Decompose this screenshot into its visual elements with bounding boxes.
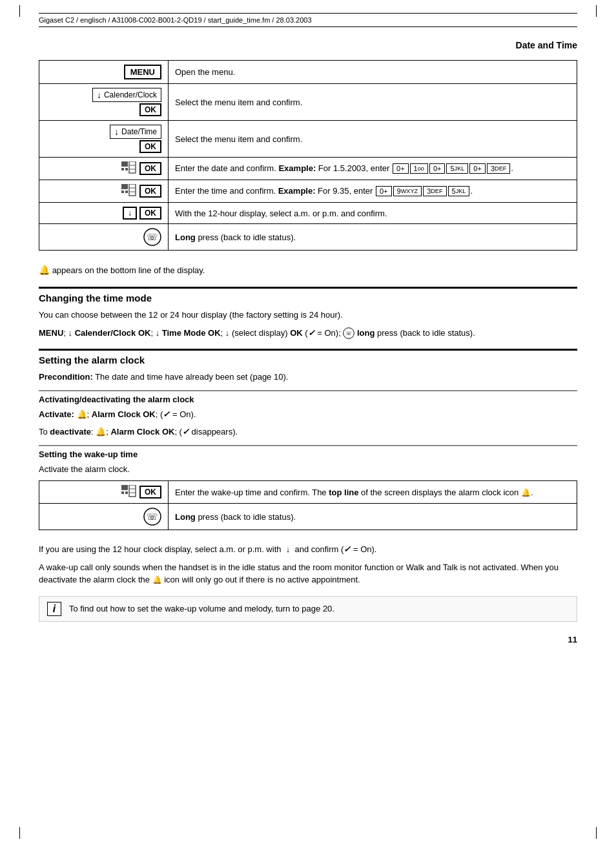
table-row: OK Enter the wake-up time and confirm. T… [39, 481, 577, 504]
desc-text: Long press (back to idle status). [175, 232, 296, 242]
desc-cell: Select the menu item and confirm. [169, 121, 577, 158]
corner-bl [19, 827, 20, 839]
table-row: MENU Open the menu. [39, 61, 577, 84]
svg-rect-8 [125, 190, 128, 193]
corner-tl [19, 5, 20, 17]
svg-rect-0 [121, 161, 128, 167]
desc-cell: With the 12-hour display, select a.m. or… [169, 203, 577, 224]
key-group: ↓ Date/Time OK [46, 125, 161, 153]
key-cell: OK [39, 180, 169, 203]
key-group: ↓ Calender/Clock OK [46, 88, 161, 116]
desc-text: Long press (back to idle status). [175, 512, 296, 522]
changing-time-text: You can choose between the 12 or 24 hour… [39, 309, 577, 322]
svg-rect-6 [121, 184, 128, 189]
arrow-key: ↓ [123, 207, 137, 220]
svg-text:☏: ☏ [345, 330, 352, 336]
key-0plus4: 0+ [376, 186, 392, 196]
alarm-icon: 🔔 [39, 265, 50, 275]
key-group: OK [46, 161, 161, 176]
header-left: Gigaset C2 / englisch / A31008-C002-B001… [39, 16, 312, 24]
calender-key: ↓ Calender/Clock [92, 88, 161, 102]
datetime-label: Date/Time [121, 127, 157, 136]
ok-key: OK [139, 486, 161, 499]
svg-text:☏: ☏ [147, 511, 158, 522]
key-cell: ☏ [39, 224, 169, 251]
subsection-activating: Activating/deactivating the alarm clock [39, 390, 577, 404]
key-5b: 5JKL [448, 186, 470, 196]
activate-text: Activate: 🔔; Alarm Clock OK; (✓ = On). [39, 408, 577, 421]
table-row: OK Enter the date and confirm. Example: … [39, 158, 577, 180]
info-text: To find out how to set the wake-up volum… [69, 604, 334, 613]
precondition-text: Precondition: The date and time have alr… [39, 371, 577, 384]
key-group: ↓ OK [46, 207, 161, 220]
ok-key: OK [139, 207, 161, 220]
corner-tr [596, 5, 597, 17]
section-changing-time-mode: Changing the time mode [39, 287, 577, 304]
desc-text: Enter the wake-up time and confirm. The … [175, 488, 533, 497]
key-group: OK [46, 184, 161, 198]
subsection-wakeup: Setting the wake-up time [39, 445, 577, 459]
instruction-table: MENU Open the menu. ↓ Calender/Clock OK [39, 60, 577, 251]
section-title: Date and Time [39, 40, 577, 50]
datetime-key: ↓ Date/Time [110, 125, 161, 139]
alarm-icon2: 🔔 [77, 409, 87, 419]
key-cell: OK [39, 481, 169, 504]
table-row: ☏ Long press (back to idle status). [39, 224, 577, 251]
table-row: ☏ Long press (back to idle status). [39, 504, 577, 530]
desc-text: Select the menu item and confirm. [175, 134, 302, 144]
arrow-down-icon: ↓ [97, 90, 101, 100]
desc-text: Open the menu. [175, 67, 235, 77]
svg-rect-16 [121, 485, 128, 490]
header: Gigaset C2 / englisch / A31008-C002-B001… [39, 13, 577, 27]
ok-row: OK [46, 103, 161, 116]
keypad-icon [121, 184, 137, 198]
desc-cell: Enter the wake-up time and confirm. The … [169, 481, 577, 504]
key-0plus3: 0+ [469, 163, 486, 174]
key-1: 1oo [410, 163, 428, 174]
key-5: 5JKL [446, 163, 468, 174]
desc-text: Select the menu item and confirm. [175, 98, 302, 107]
alarm-icon5: 🔔 [152, 575, 162, 584]
ok-row: OK [46, 140, 161, 153]
arrow-down-icon: ↓ [114, 127, 119, 137]
phone-inline-icon: ☏ [343, 327, 354, 339]
phone-icon: ☏ [143, 228, 161, 246]
wakeup-note1: If you are using the 12 hour clock displ… [39, 543, 577, 556]
ok-key: OK [139, 103, 161, 116]
table-row: ↓ Calender/Clock OK Select the menu item… [39, 84, 577, 121]
table-row: OK Enter the time and confirm. Example: … [39, 180, 577, 203]
ok-key: OK [139, 162, 161, 175]
table-row: ↓ OK With the 12-hour display, select a.… [39, 203, 577, 224]
phone-icon: ☏ [143, 508, 161, 526]
table-row: ↓ Date/Time OK Select the menu item and … [39, 121, 577, 158]
corner-br [596, 827, 597, 839]
alarm-note: 🔔 appears on the bottom line of the disp… [39, 263, 577, 277]
key-group: ☏ [46, 228, 161, 246]
key-cell: OK [39, 158, 169, 180]
section-alarm-clock: Setting the alarm clock [39, 349, 577, 365]
keypad-icon [121, 161, 137, 176]
desc-cell: Select the menu item and confirm. [169, 84, 577, 121]
desc-cell: Enter the date and confirm. Example: For… [169, 158, 577, 180]
svg-rect-18 [125, 491, 128, 494]
desc-cell: Open the menu. [169, 61, 577, 84]
wakeup-note2: A wake-up call only sounds when the hand… [39, 561, 577, 586]
calender-label: Calender/Clock [104, 90, 157, 99]
ok-key: OK [139, 140, 161, 153]
desc-cell: Enter the time and confirm. Example: For… [169, 180, 577, 203]
desc-text: With the 12-hour display, select a.m. or… [175, 209, 387, 218]
ok-key: OK [139, 185, 161, 198]
desc-text: Enter the date and confirm. Example: For… [175, 163, 513, 173]
key-cell: ↓ Date/Time OK [39, 121, 169, 158]
key-group: ☏ [46, 508, 161, 526]
svg-rect-17 [121, 491, 124, 494]
key-3: 3DEF [487, 163, 510, 174]
deactivate-text: To deactivate: 🔔; Alarm Clock OK; (✓ dis… [39, 426, 577, 438]
svg-rect-19 [129, 485, 136, 497]
desc-cell: Long press (back to idle status). [169, 504, 577, 530]
svg-rect-3 [129, 161, 136, 173]
menu-key: MENU [124, 65, 161, 79]
alarm-icon4: 🔔 [521, 488, 531, 497]
desc-text: Enter the time and confirm. Example: For… [175, 186, 473, 196]
info-box: i To find out how to set the wake-up vol… [39, 596, 577, 622]
